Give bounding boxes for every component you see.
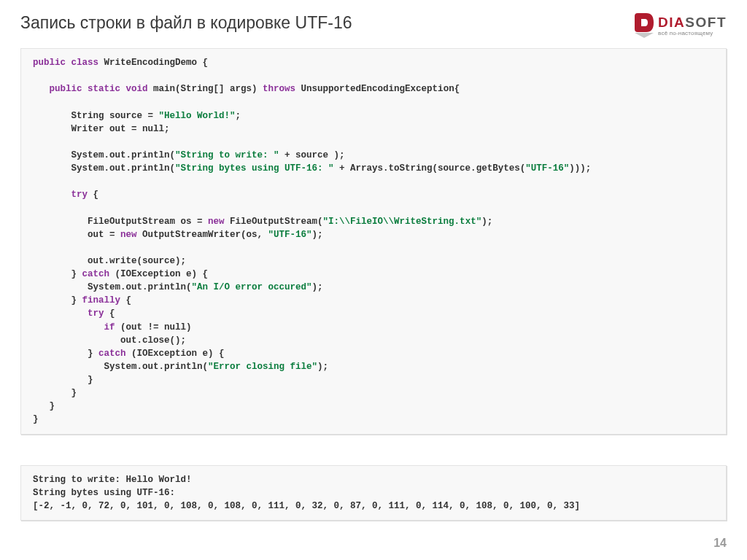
slide-header: Запись строки в файл в кодировке UTF-16 … — [0, 0, 747, 45]
page-number: 14 — [713, 537, 727, 550]
code-block: public class WriteEncodingDemo { public … — [20, 48, 727, 435]
logo-tagline: всё по-настоящему — [658, 31, 727, 36]
output-block: String to write: Hello World! String byt… — [20, 465, 727, 521]
code-content: public class WriteEncodingDemo { public … — [33, 56, 714, 427]
logo-wordmark: DIASOFT — [658, 15, 727, 29]
logo-icon — [633, 13, 654, 38]
logo-text: DIASOFT всё по-настоящему — [658, 15, 727, 36]
slide-title: Запись строки в файл в кодировке UTF-16 — [20, 13, 352, 33]
logo: DIASOFT всё по-настоящему — [633, 13, 727, 38]
output-content: String to write: Hello World! String byt… — [33, 473, 714, 513]
